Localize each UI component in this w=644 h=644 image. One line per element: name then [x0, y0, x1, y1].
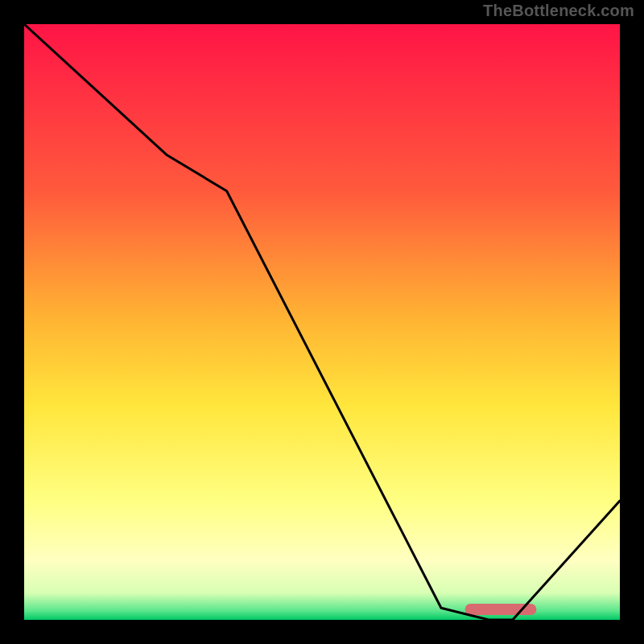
- gradient-background: [24, 24, 620, 620]
- chart-stage: TheBottleneck.com: [0, 0, 644, 644]
- plot-area: [24, 24, 620, 620]
- chart-svg: [24, 24, 620, 620]
- watermark-text: TheBottleneck.com: [483, 2, 634, 20]
